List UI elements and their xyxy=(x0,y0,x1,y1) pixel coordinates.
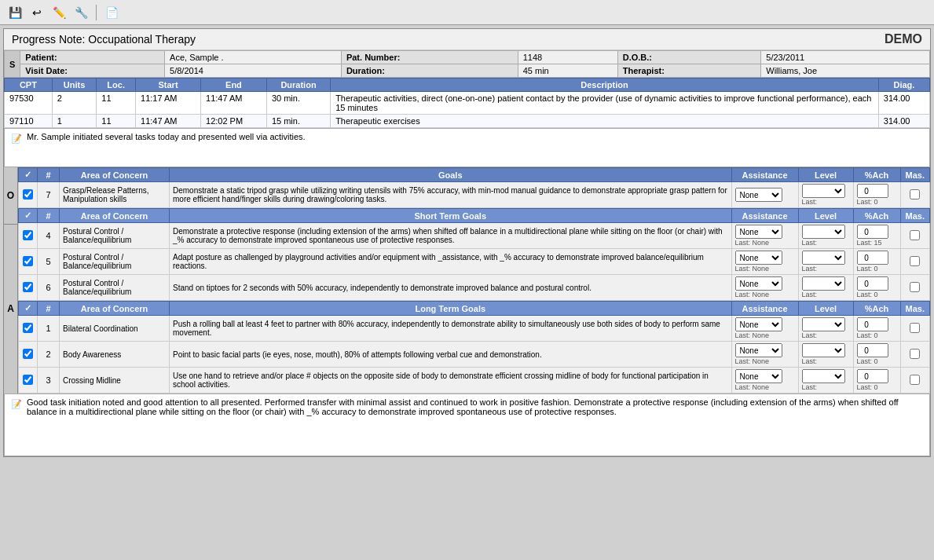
goal-assistance-cell[interactable]: NoneMinModMaxIndependentLast: None xyxy=(731,316,798,342)
goal-level-cell[interactable]: 12345Last: xyxy=(798,249,853,275)
goal-mas-cell[interactable] xyxy=(900,223,929,249)
goal-checkbox-cell[interactable] xyxy=(19,223,38,249)
goal-assistance-cell[interactable]: NoneMinModMaxIndependent xyxy=(731,182,798,208)
goal-pct-input[interactable] xyxy=(857,317,888,331)
goal-level-cell[interactable]: 12345Last: xyxy=(798,316,853,342)
goal-assistance-cell[interactable]: NoneMinModMaxIndependentLast: None xyxy=(731,223,798,249)
goal-num: 1 xyxy=(38,316,60,342)
goal-checkbox-cell[interactable] xyxy=(19,182,38,208)
goal-area: Postural Control / Balance/equilibrium xyxy=(60,275,170,301)
cpt-table: CPT Units Loc. Start End Duration Descri… xyxy=(4,78,930,128)
goal-pct-input[interactable] xyxy=(857,184,888,198)
goal-assistance-cell[interactable]: NoneMinModMaxIndependentLast: None xyxy=(731,275,798,301)
goal-checkbox[interactable] xyxy=(23,230,33,240)
ltg2-col-check: ✓ xyxy=(19,302,38,316)
goal-pct-cell[interactable]: Last: 0 xyxy=(853,342,900,368)
oa-side-col: O A xyxy=(4,167,18,393)
narrative-o-text: Good task initiation noted and good atte… xyxy=(27,397,923,416)
goal-pct-input[interactable] xyxy=(857,369,888,383)
goal-mas-checkbox[interactable] xyxy=(910,349,920,359)
narrative-o-box[interactable]: 📝 Good task initiation noted and good at… xyxy=(4,393,930,456)
goal-checkbox[interactable] xyxy=(23,282,33,292)
goal-pct-input[interactable] xyxy=(857,276,888,291)
goal-assistance-cell[interactable]: NoneMinModMaxIndependentLast: None xyxy=(731,342,798,368)
narrative-s-box[interactable]: 📝 Mr. Sample initiated several tasks tod… xyxy=(4,128,930,167)
goal-pct-cell[interactable]: Last: 0 xyxy=(853,182,900,208)
goal-assistance-select[interactable]: NoneMinModMaxIndependent xyxy=(735,225,782,239)
goal-mas-checkbox[interactable] xyxy=(910,189,920,199)
goal-pct-cell[interactable]: Last: 0 xyxy=(853,275,900,301)
goal-level-select[interactable]: 12345 xyxy=(802,251,845,265)
goal-checkbox[interactable] xyxy=(23,189,33,199)
goal-mas-cell[interactable] xyxy=(900,275,929,301)
goal-level-cell[interactable]: 12345Last: xyxy=(798,368,853,393)
goal-mas-checkbox[interactable] xyxy=(910,230,920,240)
goal-pct-cell[interactable]: Last: 0 xyxy=(853,249,900,275)
goal-checkbox-cell[interactable] xyxy=(19,342,38,368)
goal-mas-cell[interactable] xyxy=(900,182,929,208)
back-icon[interactable]: ↩ xyxy=(28,4,46,21)
goal-num: 7 xyxy=(38,182,60,208)
goal-level-select[interactable]: 12345 xyxy=(802,225,845,239)
goal-assistance-last: Last: None xyxy=(735,291,795,298)
goal-level-cell[interactable]: 12345Last: xyxy=(798,342,853,368)
goal-pct-input[interactable] xyxy=(857,225,888,239)
goal-mas-cell[interactable] xyxy=(900,316,929,342)
goal-mas-cell[interactable] xyxy=(900,368,929,393)
goal-level-cell[interactable]: 12345Last: xyxy=(798,275,853,301)
short-term-goal-table: ✓ # Area of Concern Short Term Goals Ass… xyxy=(18,208,930,301)
goal-mas-checkbox[interactable] xyxy=(910,282,920,292)
goal-assistance-cell[interactable]: NoneMinModMaxIndependentLast: None xyxy=(731,368,798,393)
goal-level-select[interactable]: 12345 xyxy=(802,369,845,383)
goal-checkbox[interactable] xyxy=(23,256,33,266)
goal-assistance-select[interactable]: NoneMinModMaxIndependent xyxy=(735,317,782,331)
goal-pct-cell[interactable]: Last: 15 xyxy=(853,223,900,249)
cpt-cell-loc: 11 xyxy=(97,92,136,115)
goal-mas-checkbox[interactable] xyxy=(910,323,920,333)
ltg2-col-num: # xyxy=(38,302,60,316)
goal-num: 6 xyxy=(38,275,60,301)
goal-level-select[interactable]: 12345 xyxy=(802,184,845,198)
cpt-header-units: Units xyxy=(52,79,97,92)
goal-checkbox-cell[interactable] xyxy=(19,368,38,393)
goal-mas-checkbox[interactable] xyxy=(910,256,920,266)
goal-mas-cell[interactable] xyxy=(900,342,929,368)
goal-pct-cell[interactable]: Last: 0 xyxy=(853,316,900,342)
goal-level-select[interactable]: 12345 xyxy=(802,343,845,357)
goal-mas-checkbox[interactable] xyxy=(910,375,920,385)
goal-checkbox-cell[interactable] xyxy=(19,249,38,275)
goal-pct-input[interactable] xyxy=(857,343,888,357)
goal-assistance-cell[interactable]: NoneMinModMaxIndependentLast: None xyxy=(731,249,798,275)
goal-assistance-select[interactable]: NoneMinModMaxIndependent xyxy=(735,276,782,291)
goal-level-cell[interactable]: 12345Last: xyxy=(798,223,853,249)
goal-checkbox-cell[interactable] xyxy=(19,316,38,342)
cpt-cell-description: Therapeutic activities, direct (one-on-o… xyxy=(331,92,879,115)
cpt-cell-duration: 15 min. xyxy=(266,115,330,128)
goal-assistance-select[interactable]: NoneMinModMaxIndependent xyxy=(735,251,782,265)
goal-checkbox-cell[interactable] xyxy=(19,275,38,301)
col-assist: Assistance xyxy=(731,168,798,182)
goal-level-cell[interactable]: 12345Last: xyxy=(798,182,853,208)
goal-checkbox[interactable] xyxy=(23,323,33,333)
cpt-cell-diag: 314.00 xyxy=(878,92,929,115)
goal-assistance-select[interactable]: NoneMinModMaxIndependent xyxy=(735,343,782,357)
goal-pct-input[interactable] xyxy=(857,251,888,265)
save-icon[interactable]: 💾 xyxy=(6,4,24,21)
o-label: O xyxy=(4,167,17,225)
goal-assistance-last: Last: None xyxy=(735,357,795,365)
goal-assistance-select[interactable]: NoneMinModMaxIndependent xyxy=(735,369,782,383)
goal-area: Body Awareness xyxy=(60,342,170,368)
goal-level-select[interactable]: 12345 xyxy=(802,276,845,291)
goal-level-select[interactable]: 12345 xyxy=(802,317,845,331)
goal-mas-cell[interactable] xyxy=(900,249,929,275)
pencil-icon[interactable]: ✏️ xyxy=(50,4,68,21)
goal-pct-cell[interactable]: Last: 0 xyxy=(853,368,900,393)
goal-assistance-select[interactable]: NoneMinModMaxIndependent xyxy=(735,188,782,202)
goal-checkbox[interactable] xyxy=(23,375,33,385)
cpt-cell-units: 1 xyxy=(52,115,97,128)
tool-icon[interactable]: 🔧 xyxy=(72,4,90,21)
ltg2-col-area: Area of Concern xyxy=(60,302,170,316)
goal-checkbox[interactable] xyxy=(23,349,33,359)
document-icon[interactable]: 📄 xyxy=(103,4,120,21)
toolbar: 💾 ↩ ✏️ 🔧 📄 xyxy=(0,0,934,25)
